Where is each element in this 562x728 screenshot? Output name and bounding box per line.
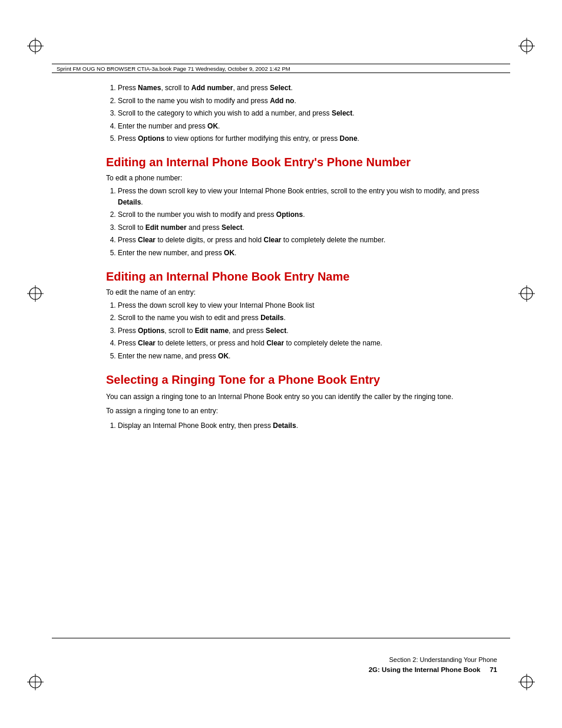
section3-heading: Selecting a Ringing Tone for a Phone Boo… — [106, 373, 497, 387]
list-item: Press the down scroll key to view your I… — [118, 186, 497, 207]
footer: Section 2: Understanding Your Phone 2G: … — [106, 655, 497, 675]
bottom-rule — [52, 638, 510, 638]
section-editing-entry-name: Editing an Internal Phone Book Entry Nam… — [106, 269, 497, 362]
section2-heading: Editing an Internal Phone Book Entry Nam… — [106, 269, 497, 284]
list-item: Press Options, scroll to Edit name, and … — [118, 325, 497, 337]
footer-page-num: 71 — [490, 666, 497, 673]
section1-intro: To edit a phone number: — [106, 174, 497, 182]
section3-list: Display an Internal Phone Book entry, th… — [106, 420, 497, 431]
section2-intro: To edit the name of an entry: — [106, 288, 497, 297]
header-bar: Sprint FM OUG NO BROWSER CTIA-3a.book Pa… — [52, 64, 510, 73]
section-ringing-tone: Selecting a Ringing Tone for a Phone Boo… — [106, 373, 497, 431]
section1-heading: Editing an Internal Phone Book Entry's P… — [106, 155, 497, 169]
list-item: Display an Internal Phone Book entry, th… — [118, 420, 497, 431]
section2-list: Press the down scroll key to view your I… — [106, 300, 497, 362]
corner-mark-tr — [516, 35, 537, 57]
corner-mark-mr — [516, 283, 537, 304]
corner-mark-br — [516, 671, 537, 693]
section-editing-phone-number: Editing an Internal Phone Book Entry's P… — [106, 155, 497, 259]
list-item: Scroll to the number you wish to modify … — [118, 209, 497, 220]
footer-page-info: 2G: Using the Internal Phone Book 71 — [106, 665, 497, 675]
list-item: Press the down scroll key to view your I… — [118, 300, 497, 311]
list-item: Scroll to Edit number and press Select. — [118, 222, 497, 233]
intro-list: Press Names, scroll to Add number, and p… — [106, 83, 497, 144]
list-item: Enter the number and press OK. — [118, 121, 497, 132]
footer-page-label: 2G: Using the Internal Phone Book — [369, 666, 481, 673]
corner-mark-bl — [25, 671, 46, 693]
corner-mark-ml — [25, 283, 46, 304]
list-item: Press Clear to delete letters, or press … — [118, 338, 497, 349]
section3-intro1: You can assign a ringing tone to an Inte… — [106, 391, 497, 403]
main-content: Press Names, scroll to Add number, and p… — [106, 83, 497, 637]
footer-spacer — [482, 666, 488, 673]
section3-intro2: To assign a ringing tone to an entry: — [106, 406, 497, 417]
list-item: Scroll to the name you wish to edit and … — [118, 312, 497, 324]
list-item: Press Clear to delete digits, or press a… — [118, 235, 497, 246]
list-item: Enter the new name, and press OK. — [118, 351, 497, 362]
section1-list: Press the down scroll key to view your I… — [106, 186, 497, 259]
page-container: Sprint FM OUG NO BROWSER CTIA-3a.book Pa… — [0, 0, 562, 728]
list-item: Scroll to the category to which you wish… — [118, 108, 497, 119]
list-item: Press Options to view options for furthe… — [118, 133, 497, 144]
list-item: Press Names, scroll to Add number, and p… — [118, 83, 497, 94]
corner-mark-tl — [25, 35, 46, 57]
footer-section-label: Section 2: Understanding Your Phone — [106, 655, 497, 665]
list-item: Scroll to the name you wish to modify an… — [118, 95, 497, 107]
list-item: Enter the new number, and press OK. — [118, 248, 497, 259]
header-text: Sprint FM OUG NO BROWSER CTIA-3a.book Pa… — [57, 65, 290, 72]
